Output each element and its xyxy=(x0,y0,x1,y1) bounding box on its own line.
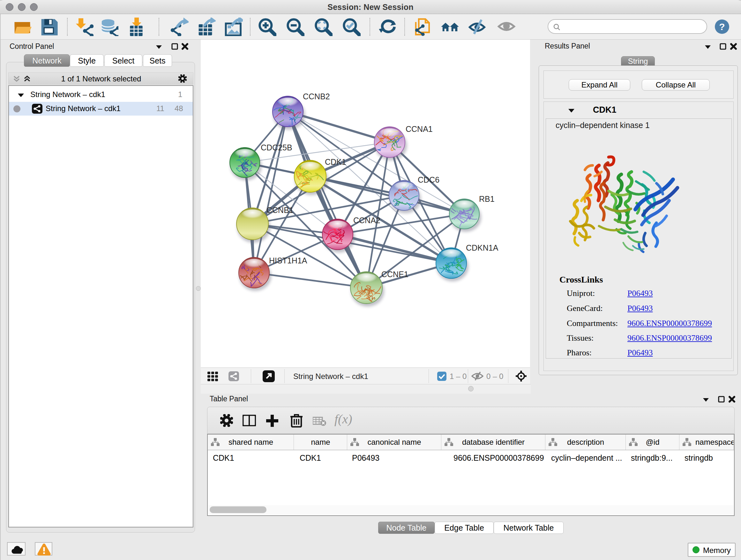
svg-text:CCNA2: CCNA2 xyxy=(353,216,381,225)
svg-text:HIST1H1A: HIST1H1A xyxy=(269,256,307,265)
svg-text:CCNB2: CCNB2 xyxy=(303,92,330,101)
svg-text:CCNE1: CCNE1 xyxy=(381,270,408,279)
svg-text:CDC25B: CDC25B xyxy=(261,143,292,152)
svg-text:CDC6: CDC6 xyxy=(418,175,440,184)
svg-text:CDKN1A: CDKN1A xyxy=(466,243,498,252)
svg-text:CCNB1: CCNB1 xyxy=(266,206,293,214)
svg-text:RB1: RB1 xyxy=(479,194,495,203)
svg-text:CDK1: CDK1 xyxy=(325,158,346,166)
svg-text:CCNA1: CCNA1 xyxy=(406,125,433,133)
